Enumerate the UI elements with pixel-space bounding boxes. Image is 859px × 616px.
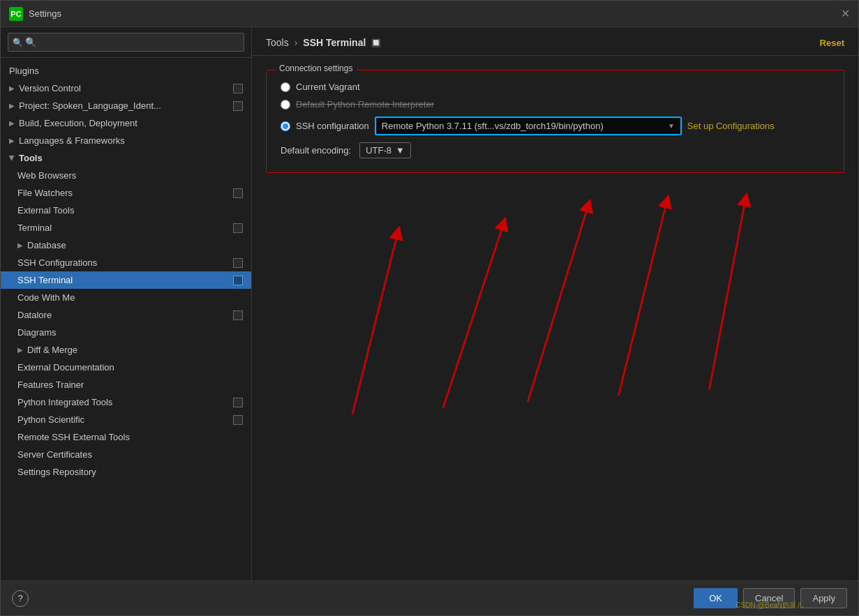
svg-line-2 [528,205,588,402]
watermark: CSDN-@BeaN奶茶儿 [735,601,803,610]
sidebar-item-plugins[interactable]: Plugins [1,62,251,80]
sidebar-item-tools[interactable]: ▶ Tools [1,149,251,167]
ssh-config-dropdown[interactable]: Remote Python 3.7.11 (sft...vs/zdb_torch… [375,117,682,135]
sidebar-label-ssh-configurations: SSH Configurations [17,257,97,268]
sidebar-item-version-control[interactable]: ▶ Version Control [1,80,251,97]
panel-header: Tools › SSH Terminal 🔲 Reset [252,27,858,56]
sidebar-label-database: Database [27,240,66,250]
sidebar-item-web-browsers[interactable]: Web Browsers [1,167,251,184]
arrow-icon: ▶ [9,119,15,127]
close-icon[interactable]: ✕ [841,7,850,20]
help-button[interactable]: ? [12,590,29,607]
sidebar-label-diagrams: Diagrams [17,327,57,338]
sidebar-item-remote-ssh-external-tools[interactable]: Remote SSH External Tools [1,428,251,446]
sidebar: 🔍 Plugins ▶ Version Control [1,27,252,580]
sidebar-item-code-with-me[interactable]: Code With Me [1,289,251,306]
sidebar-item-server-certificates[interactable]: Server Certificates [1,446,251,463]
sidebar-item-diff-merge[interactable]: ▶ Diff & Merge [1,341,251,359]
sidebar-item-languages[interactable]: ▶ Languages & Frameworks [1,132,251,149]
search-input[interactable] [8,33,244,52]
radio-row-ssh-config: SSH configuration Remote Python 3.7.11 (… [281,117,830,135]
sidebar-label-external-tools: External Tools [17,205,74,216]
sidebar-label-tools: Tools [19,153,43,163]
sidebar-label-project: Project: Spoken_Language_Ident... [19,100,161,111]
arrow-icon: ▶ [17,241,23,249]
radio-ssh-configuration[interactable] [281,121,290,131]
search-wrapper: 🔍 [8,33,244,52]
sidebar-item-diagrams[interactable]: Diagrams [1,324,251,341]
svg-line-0 [352,232,398,414]
sidebar-icon-ssh-configurations [233,258,243,268]
arrow-icon: ▶ [8,156,16,161]
radio-row-vagrant: Current Vagrant [281,82,830,92]
radio-default-python[interactable] [281,100,290,110]
encoding-dropdown-arrow-icon: ▼ [396,145,405,156]
breadcrumb-current: SSH Terminal [303,37,366,48]
sidebar-label-plugins: Plugins [9,66,39,76]
ssh-dropdown-value: Remote Python 3.7.11 (sft...vs/zdb_torch… [382,121,604,131]
right-panel: Tools › SSH Terminal 🔲 Reset Connection … [252,27,858,580]
radio-label-ssh-configuration: SSH configuration [296,121,369,131]
sidebar-icon-file-watchers [233,188,243,198]
sidebar-item-datalore[interactable]: Datalore [1,306,251,324]
sidebar-label-languages: Languages & Frameworks [19,135,125,146]
sidebar-label-external-documentation: External Documentation [17,362,114,373]
sidebar-label-terminal: Terminal [17,223,52,233]
sidebar-item-features-trainer[interactable]: Features Trainer [1,376,251,393]
footer: ? OK Cancel Apply [1,580,858,615]
sidebar-label-datalore: Datalore [17,310,52,320]
breadcrumb-separator: › [294,37,298,48]
sidebar-label-settings-repository: Settings Repository [17,467,96,477]
svg-line-3 [618,201,666,396]
radio-row-default-python: Default Python Remote Interpreter [281,99,830,110]
sidebar-label-ssh-terminal: SSH Terminal [17,275,73,285]
sidebar-nav: Plugins ▶ Version Control ▶ Project: Spo… [1,58,251,580]
sidebar-label-build: Build, Execution, Deployment [19,118,137,128]
sidebar-item-python-integrated-tools[interactable]: Python Integrated Tools [1,393,251,411]
panel-body: Connection settings Current Vagrant Defa… [252,56,858,580]
sidebar-item-database[interactable]: ▶ Database [1,236,251,254]
sidebar-item-build[interactable]: ▶ Build, Execution, Deployment [1,114,251,132]
svg-line-4 [709,200,745,390]
sidebar-item-file-watchers[interactable]: File Watchers [1,184,251,202]
radio-label-current-vagrant: Current Vagrant [296,82,360,92]
encoding-dropdown[interactable]: UTF-8 ▼ [359,142,411,158]
search-box: 🔍 [1,27,251,58]
sidebar-label-features-trainer: Features Trainer [17,380,84,390]
sidebar-item-terminal[interactable]: Terminal [1,219,251,236]
sidebar-label-version-control: Version Control [19,83,81,93]
breadcrumb-icon: 🔲 [371,38,381,47]
window-title: Settings [29,8,61,19]
sidebar-icon-python-integrated-tools [233,398,243,407]
search-icon: 🔍 [13,38,23,47]
titlebar-left: PC Settings [9,7,61,21]
sidebar-icon-version-control [233,84,243,93]
setup-configurations-link[interactable]: Set up Configurations [687,121,775,131]
arrow-icon: ▶ [9,137,15,144]
connection-settings-legend: Connection settings [275,63,357,73]
apply-button[interactable]: Apply [800,588,847,608]
sidebar-icon-python-scientific [233,415,243,425]
dropdown-arrow-icon: ▼ [668,122,675,130]
breadcrumb: Tools › SSH Terminal 🔲 [266,37,381,48]
reset-button[interactable]: Reset [820,38,844,48]
sidebar-item-ssh-terminal[interactable]: SSH Terminal [1,271,251,289]
radio-label-default-python: Default Python Remote Interpreter [296,99,434,110]
sidebar-item-python-scientific[interactable]: Python Scientific [1,411,251,428]
sidebar-item-external-documentation[interactable]: External Documentation [1,359,251,376]
settings-window: PC Settings ✕ 🔍 Plugins ▶ [0,0,859,616]
radio-current-vagrant[interactable] [281,82,290,92]
sidebar-label-web-browsers: Web Browsers [17,170,76,181]
app-icon: PC [9,7,23,21]
arrow-icon: ▶ [9,84,15,92]
sidebar-label-remote-ssh-external-tools: Remote SSH External Tools [17,432,130,442]
sidebar-item-project[interactable]: ▶ Project: Spoken_Language_Ident... [1,97,251,114]
titlebar: PC Settings ✕ [1,1,858,27]
sidebar-item-ssh-configurations[interactable]: SSH Configurations [1,254,251,271]
sidebar-label-python-scientific: Python Scientific [17,414,84,425]
footer-left: ? [12,590,29,607]
sidebar-item-external-tools[interactable]: External Tools [1,202,251,219]
sidebar-icon-ssh-terminal [233,276,243,285]
sidebar-item-settings-repository[interactable]: Settings Repository [1,463,251,481]
ok-button[interactable]: OK [694,588,738,608]
